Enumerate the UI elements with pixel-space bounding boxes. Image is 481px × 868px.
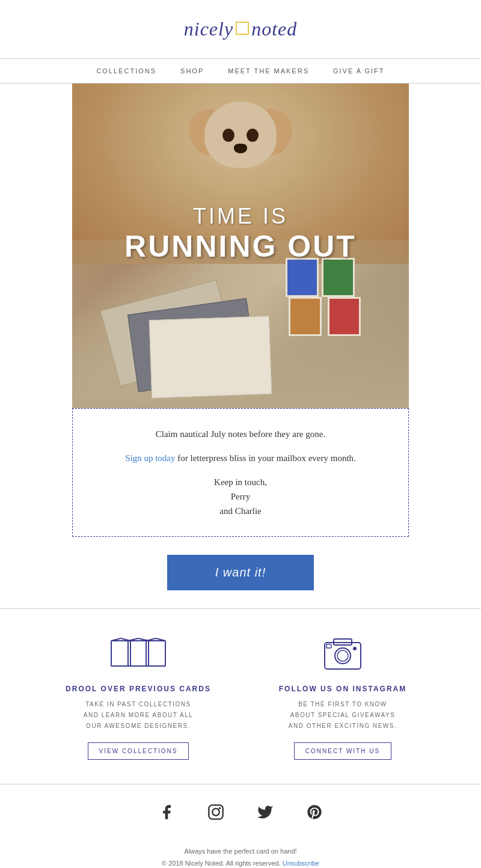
content-paragraph2: Sign up today for letterpress bliss in y… (97, 451, 384, 465)
connect-with-us-button[interactable]: CONNECT WITH US (294, 742, 391, 760)
facebook-icon[interactable] (157, 802, 176, 822)
bottom-col-right: FOLLOW US ON INSTAGRAM BE THE FIRST TO K… (240, 633, 445, 760)
nav-meet-the-makers[interactable]: MEET THE MAKERS (228, 67, 309, 75)
nav-give-a-gift[interactable]: GIVE A GIFT (333, 67, 385, 75)
twitter-icon[interactable] (256, 802, 275, 822)
stamp-3 (289, 297, 322, 336)
letters-area (72, 240, 409, 408)
svg-rect-9 (325, 643, 361, 669)
envelope-3 (149, 316, 272, 399)
social-row (0, 784, 481, 840)
svg-point-16 (212, 808, 219, 816)
dog-head (204, 102, 277, 168)
bottom-left-subtext: TAKE IN PAST COLLECTIONS AND LEARN MORE … (48, 699, 228, 732)
logo-noted: noted (251, 18, 297, 40)
logo[interactable]: nicely noted (184, 18, 297, 40)
footer-tagline: Always have the perfect card on hand! (184, 848, 296, 855)
unsubscribe-link[interactable]: Unsubscribe (283, 860, 319, 867)
instagram-social-icon[interactable] (206, 802, 225, 822)
hero-section: TIME IS RUNNING OUT (72, 84, 409, 408)
cards-icon-container (48, 633, 228, 675)
footer-copyright: © 2018 Nicely Noted. All rights reserved… (162, 860, 281, 867)
svg-rect-14 (326, 644, 331, 648)
cta-button[interactable]: I want it! (167, 555, 314, 590)
cta-section: I want it! (0, 537, 481, 608)
svg-point-13 (353, 647, 357, 650)
content-paragraph1: Claim nautical July notes before they ar… (97, 427, 384, 441)
main-nav: COLLECTIONS SHOP MEET THE MAKERS GIVE A … (0, 59, 481, 83)
bottom-right-sub2: ABOUT SPECIAL GIVEAWAYS (290, 712, 396, 718)
content-box: Claim nautical July notes before they ar… (72, 408, 409, 537)
svg-point-11 (337, 650, 348, 661)
cards-icon (108, 636, 168, 672)
bottom-right-sub1: BE THE FIRST TO KNOW (298, 701, 387, 708)
hero-image: TIME IS RUNNING OUT (72, 84, 409, 408)
dog-eye-right (247, 129, 259, 142)
hero-line1: TIME IS (72, 204, 409, 229)
logo-box-icon (236, 22, 249, 35)
footer: Always have the perfect card on hand! © … (0, 840, 481, 868)
bottom-left-sub3: OUR AWESOME DESIGNERS. (86, 723, 191, 729)
bottom-columns: DROOL OVER PREVIOUS CARDS TAKE IN PAST C… (0, 609, 481, 784)
logo-nicely: nicely (184, 18, 233, 40)
closing-line1: Keep in touch, (214, 477, 267, 487)
view-collections-button[interactable]: VIEW COLLECTIONS (88, 742, 189, 760)
bottom-right-subtext: BE THE FIRST TO KNOW ABOUT SPECIAL GIVEA… (253, 699, 433, 732)
bottom-left-sub2: AND LEARN MORE ABOUT ALL (84, 712, 194, 718)
nav-collections[interactable]: COLLECTIONS (96, 67, 156, 75)
bottom-left-heading: DROOL OVER PREVIOUS CARDS (48, 685, 228, 693)
svg-rect-15 (209, 805, 222, 819)
nav-shop[interactable]: SHOP (180, 67, 204, 75)
instagram-icon-container (253, 633, 433, 675)
closing-line3: and Charlie (219, 506, 262, 516)
hero-text-overlay: TIME IS RUNNING OUT (72, 204, 409, 264)
svg-point-17 (219, 807, 221, 810)
instagram-camera-icon (322, 635, 364, 673)
content-closing: Keep in touch, Perry and Charlie (97, 475, 384, 518)
closing-line2: Perry (231, 492, 251, 501)
dog-nose (234, 144, 247, 153)
signup-link[interactable]: Sign up today (125, 453, 175, 463)
stamp-1 (328, 297, 361, 336)
pinterest-icon[interactable] (305, 802, 324, 822)
bottom-left-sub1: TAKE IN PAST COLLECTIONS (85, 701, 191, 708)
dog-face (186, 96, 295, 216)
bottom-right-sub3: AND OTHER EXCITING NEWS. (289, 723, 397, 729)
header: nicely noted (0, 0, 481, 52)
content-paragraph2-text: for letterpress bliss in your mailbox ev… (177, 453, 356, 463)
dog-eye-left (222, 129, 234, 142)
bottom-right-heading: FOLLOW US ON INSTAGRAM (253, 685, 433, 693)
bottom-col-left: DROOL OVER PREVIOUS CARDS TAKE IN PAST C… (36, 633, 240, 760)
hero-line2: RUNNING OUT (72, 229, 409, 264)
svg-rect-3 (128, 641, 149, 666)
